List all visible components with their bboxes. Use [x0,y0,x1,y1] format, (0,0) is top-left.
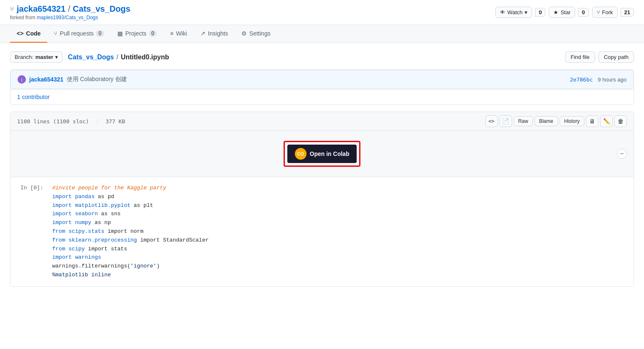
tab-projects[interactable]: ▦ Projects 0 [111,25,163,43]
code-line-comment: #invite people for the Kaggle party [52,184,624,193]
file-header: 1100 lines (1100 sloc) | 377 KB <> 📄 Raw… [10,112,634,131]
repo-separator: / [68,4,71,14]
code-line-2: import matplotlib.pyplot as plt [52,201,624,210]
history-button[interactable]: History [560,116,584,126]
tab-insights[interactable]: ↗ Insights [194,25,235,43]
branch-dropdown-icon: ▾ [55,54,58,60]
pr-badge: 0 [96,30,104,37]
wiki-icon: ≡ [170,30,173,37]
star-count: 0 [578,8,588,17]
tab-settings[interactable]: ⚙ Settings [235,25,277,43]
fork-count: 21 [621,8,634,17]
breadcrumb-actions: Find file Copy path [565,51,634,63]
commit-message: 使用 Colaboratory 创建 [67,76,127,83]
repo-name-link[interactable]: Cats_vs_Dogs [73,4,130,14]
code-line-6: from sklearn.preprocessing import Standa… [52,236,624,245]
display-icon-btn[interactable]: 🖥 [586,115,598,127]
commit-right: 2e786bc 9 hours ago [570,76,626,83]
breadcrumb-file: Untitled0.ipynb [121,53,169,61]
file-actions: <> 📄 Raw Blame History 🖥 ✏️ 🗑 [485,115,627,127]
contributor-label: contributor [22,94,50,100]
raw-view-icon-btn[interactable]: 📄 [499,115,512,127]
lines-info: 1100 lines (1100 sloc) [17,118,89,125]
code-icon: <> [17,30,23,37]
minimize-icon: − [620,150,624,158]
branch-label: Branch: [15,54,33,60]
pr-icon: ⑂ [54,30,57,37]
star-icon: ★ [553,9,558,15]
commit-sha-link[interactable]: 2e786bc [570,76,593,83]
repo-title: ⑂ jacka654321 / Cats_vs_Dogs forked from… [10,4,130,20]
code-view-icon-btn[interactable]: <> [485,115,498,127]
tab-pull-requests[interactable]: ⑂ Pull requests 0 [47,25,111,43]
commit-author: j jacka654321 使用 Colaboratory 创建 [18,75,127,84]
cell-label: In [0]: [20,184,46,280]
nav-tabs: <> Code ⑂ Pull requests 0 ▦ Projects 0 ≡… [0,25,644,43]
code-line-9: warnings.filterwarnings('ignore') [52,262,624,271]
code-line-4: import numpy as np [52,219,624,227]
colab-logo: CO [295,148,307,160]
commit-time: 9 hours ago [598,76,626,83]
watch-count: 0 [535,8,545,17]
colab-button-label: Open in Colab [310,150,350,157]
projects-badge: 0 [149,30,157,37]
tab-code[interactable]: <> Code [10,25,47,43]
watch-button[interactable]: 👁 Watch ▾ [495,7,532,18]
edit-icon-btn[interactable]: ✏️ [600,115,613,127]
minimize-button[interactable]: − [617,149,627,159]
commit-author-link[interactable]: jacka654321 [29,76,63,83]
colab-btn-wrapper: CO Open in Colab [284,141,361,167]
forked-from: forked from maples1993/Cats_vs_Dogs [10,15,130,20]
code-block: #invite people for the Kaggle party impo… [52,184,624,280]
code-line-10: %matplotlib inline [52,271,624,280]
find-file-button[interactable]: Find file [565,51,595,63]
breadcrumb-sep: / [117,53,118,61]
colab-area: CO Open in Colab − [10,131,634,177]
commit-info-box: j jacka654321 使用 Colaboratory 创建 2e786bc… [10,70,634,89]
raw-button[interactable]: Raw [514,116,533,126]
eye-icon: 👁 [500,9,505,15]
fork-button[interactable]: ⑂ Fork [592,7,618,18]
projects-icon: ▦ [117,30,123,37]
breadcrumb: Cats_vs_Dogs / Untitled0.ipynb [68,53,169,61]
copy-path-button[interactable]: Copy path [598,51,634,63]
header-actions: 👁 Watch ▾ 0 ★ Star 0 ⑂ Fork 21 [495,7,634,18]
open-in-colab-button[interactable]: CO Open in Colab [287,145,357,163]
main-content: Branch: master ▾ Cats_vs_Dogs / Untitled… [0,43,644,295]
breadcrumb-bar: Branch: master ▾ Cats_vs_Dogs / Untitled… [10,51,634,63]
blame-button[interactable]: Blame [535,116,558,126]
code-line-7: from scipy import stats [52,245,624,254]
fork-repo-icon: ⑂ [597,9,600,15]
file-info: 1100 lines (1100 sloc) | 377 KB [17,118,125,125]
tab-wiki[interactable]: ≡ Wiki [163,25,194,43]
code-line-3: import seaborn as sns [52,210,624,219]
code-line-5: from scipy.stats import norm [52,227,624,236]
fork-icon: ⑂ [10,5,14,13]
dropdown-arrow-icon: ▾ [525,9,527,15]
file-size: 377 KB [106,118,125,125]
insights-icon: ↗ [200,30,205,37]
contributor-count: 1 [17,94,20,100]
code-line-1: import pandas as pd [52,193,624,201]
settings-icon: ⚙ [241,30,247,37]
contributor-bar: 1 contributor [10,89,634,105]
branch-selector[interactable]: Branch: master ▾ [10,51,63,63]
code-area: In [0]: #invite people for the Kaggle pa… [10,177,634,286]
forked-from-link[interactable]: maples1993/Cats_vs_Dogs [37,15,98,20]
code-cell: In [0]: #invite people for the Kaggle pa… [20,184,624,280]
branch-name: master [35,54,53,60]
code-line-8: import warnings [52,253,624,262]
repo-owner-link[interactable]: jacka654321 [17,4,66,14]
avatar: j [18,75,26,84]
delete-icon-btn[interactable]: 🗑 [614,115,627,127]
breadcrumb-repo-link[interactable]: Cats_vs_Dogs [68,53,114,61]
file-viewer: 1100 lines (1100 sloc) | 377 KB <> 📄 Raw… [10,112,634,287]
page-header: ⑂ jacka654321 / Cats_vs_Dogs forked from… [0,0,644,25]
star-button[interactable]: ★ Star [549,7,575,18]
contributor-link[interactable]: 1 contributor [17,94,50,100]
